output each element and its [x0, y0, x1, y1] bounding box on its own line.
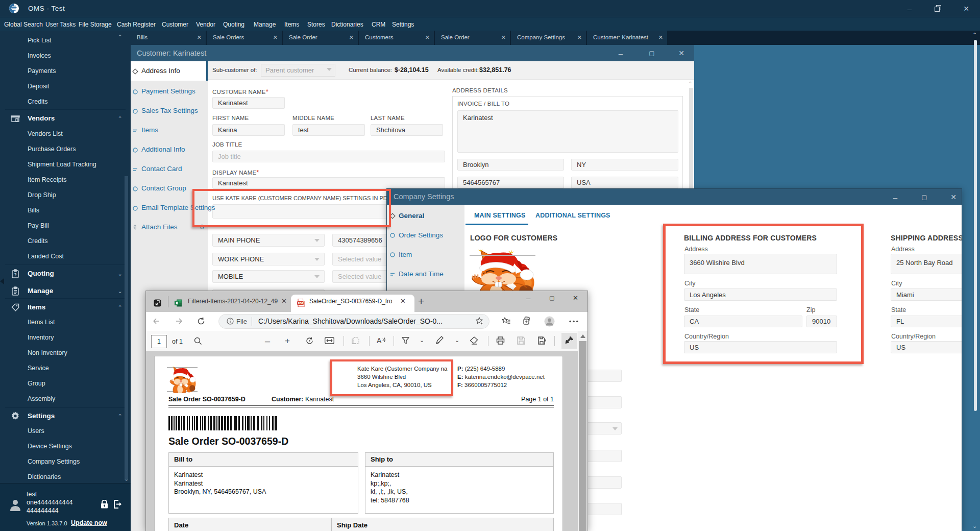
svg-text:PDF: PDF — [298, 302, 304, 305]
svg-text:?: ? — [14, 272, 17, 277]
svg-text:A: A — [377, 336, 382, 345]
